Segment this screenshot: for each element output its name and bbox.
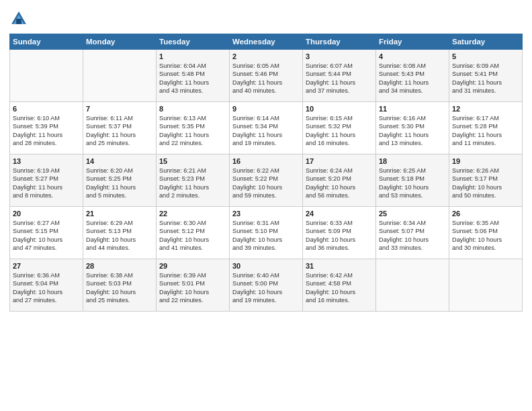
- calendar-cell: 5Sunrise: 6:09 AM Sunset: 5:41 PM Daylig…: [449, 50, 523, 102]
- calendar-cell: 4Sunrise: 6:08 AM Sunset: 5:43 PM Daylig…: [376, 50, 449, 102]
- day-number: 16: [232, 157, 300, 165]
- cell-content: Sunrise: 6:22 AM Sunset: 5:22 PM Dayligh…: [232, 167, 300, 200]
- day-number: 3: [306, 52, 373, 60]
- calendar-table: SundayMondayTuesdayWednesdayThursdayFrid…: [9, 34, 523, 312]
- calendar-cell: 28Sunrise: 6:38 AM Sunset: 5:03 PM Dayli…: [83, 259, 157, 312]
- day-number: 10: [306, 105, 373, 113]
- day-number: 18: [379, 157, 446, 165]
- cell-content: Sunrise: 6:34 AM Sunset: 5:07 PM Dayligh…: [379, 219, 446, 253]
- calendar-cell: 2Sunrise: 6:05 AM Sunset: 5:46 PM Daylig…: [230, 50, 303, 102]
- cell-content: Sunrise: 6:09 AM Sunset: 5:41 PM Dayligh…: [452, 62, 519, 95]
- cell-content: Sunrise: 6:33 AM Sunset: 5:09 PM Dayligh…: [306, 219, 373, 253]
- calendar-cell: 27Sunrise: 6:36 AM Sunset: 5:04 PM Dayli…: [10, 259, 83, 312]
- day-number: 21: [86, 210, 153, 218]
- day-number: 23: [232, 210, 300, 218]
- calendar-cell: 21Sunrise: 6:29 AM Sunset: 5:13 PM Dayli…: [83, 207, 157, 259]
- day-number: 11: [379, 105, 446, 113]
- header-row: SundayMondayTuesdayWednesdayThursdayFrid…: [10, 34, 523, 50]
- week-row-3: 13Sunrise: 6:19 AM Sunset: 5:27 PM Dayli…: [10, 154, 523, 207]
- cell-content: Sunrise: 6:40 AM Sunset: 5:00 PM Dayligh…: [232, 271, 300, 305]
- calendar-cell: 24Sunrise: 6:33 AM Sunset: 5:09 PM Dayli…: [303, 207, 376, 259]
- calendar-cell: 14Sunrise: 6:20 AM Sunset: 5:25 PM Dayli…: [83, 154, 157, 207]
- day-number: 24: [306, 210, 373, 218]
- day-number: 27: [13, 262, 80, 270]
- header-day-sunday: Sunday: [10, 34, 83, 50]
- calendar-cell: 23Sunrise: 6:31 AM Sunset: 5:10 PM Dayli…: [230, 207, 303, 259]
- day-number: 28: [86, 262, 153, 270]
- day-number: 20: [13, 210, 80, 218]
- day-number: 4: [379, 52, 446, 60]
- cell-content: Sunrise: 6:25 AM Sunset: 5:18 PM Dayligh…: [379, 167, 446, 200]
- week-row-2: 6Sunrise: 6:10 AM Sunset: 5:39 PM Daylig…: [10, 102, 523, 154]
- header-day-tuesday: Tuesday: [157, 34, 230, 50]
- calendar-cell: 20Sunrise: 6:27 AM Sunset: 5:15 PM Dayli…: [10, 207, 83, 259]
- cell-content: Sunrise: 6:29 AM Sunset: 5:13 PM Dayligh…: [86, 219, 153, 253]
- day-number: 22: [159, 210, 226, 218]
- calendar-cell: 19Sunrise: 6:26 AM Sunset: 5:17 PM Dayli…: [449, 154, 523, 207]
- calendar-cell: 22Sunrise: 6:30 AM Sunset: 5:12 PM Dayli…: [157, 207, 230, 259]
- cell-content: Sunrise: 6:19 AM Sunset: 5:27 PM Dayligh…: [13, 167, 80, 200]
- header-day-thursday: Thursday: [303, 34, 376, 50]
- day-number: 26: [452, 210, 519, 218]
- day-number: 15: [159, 157, 226, 165]
- week-row-1: 1Sunrise: 6:04 AM Sunset: 5:48 PM Daylig…: [10, 50, 523, 102]
- calendar-cell: 29Sunrise: 6:39 AM Sunset: 5:01 PM Dayli…: [157, 259, 230, 312]
- svg-rect-2: [16, 19, 21, 24]
- cell-content: Sunrise: 6:21 AM Sunset: 5:23 PM Dayligh…: [159, 167, 226, 200]
- calendar-cell: 10Sunrise: 6:15 AM Sunset: 5:32 PM Dayli…: [303, 102, 376, 154]
- calendar-cell: 15Sunrise: 6:21 AM Sunset: 5:23 PM Dayli…: [157, 154, 230, 207]
- calendar-cell: 17Sunrise: 6:24 AM Sunset: 5:20 PM Dayli…: [303, 154, 376, 207]
- header-day-friday: Friday: [376, 34, 449, 50]
- calendar-cell: 31Sunrise: 6:42 AM Sunset: 4:58 PM Dayli…: [303, 259, 376, 312]
- cell-content: Sunrise: 6:05 AM Sunset: 5:46 PM Dayligh…: [232, 62, 300, 95]
- cell-content: Sunrise: 6:26 AM Sunset: 5:17 PM Dayligh…: [452, 167, 519, 200]
- cell-content: Sunrise: 6:04 AM Sunset: 5:48 PM Dayligh…: [159, 62, 226, 95]
- cell-content: Sunrise: 6:39 AM Sunset: 5:01 PM Dayligh…: [159, 271, 226, 305]
- calendar-cell: 25Sunrise: 6:34 AM Sunset: 5:07 PM Dayli…: [376, 207, 449, 259]
- day-number: 14: [86, 157, 153, 165]
- calendar-cell: [376, 259, 449, 312]
- calendar-cell: [449, 259, 523, 312]
- week-row-5: 27Sunrise: 6:36 AM Sunset: 5:04 PM Dayli…: [10, 259, 523, 312]
- header-day-monday: Monday: [83, 34, 157, 50]
- day-number: 1: [159, 52, 226, 60]
- calendar-cell: 13Sunrise: 6:19 AM Sunset: 5:27 PM Dayli…: [10, 154, 83, 207]
- cell-content: Sunrise: 6:36 AM Sunset: 5:04 PM Dayligh…: [13, 271, 80, 305]
- calendar-cell: 12Sunrise: 6:17 AM Sunset: 5:28 PM Dayli…: [449, 102, 523, 154]
- cell-content: Sunrise: 6:10 AM Sunset: 5:39 PM Dayligh…: [13, 114, 80, 148]
- cell-content: Sunrise: 6:14 AM Sunset: 5:34 PM Dayligh…: [232, 114, 300, 148]
- cell-content: Sunrise: 6:08 AM Sunset: 5:43 PM Dayligh…: [379, 62, 446, 95]
- calendar-cell: 1Sunrise: 6:04 AM Sunset: 5:48 PM Daylig…: [157, 50, 230, 102]
- cell-content: Sunrise: 6:38 AM Sunset: 5:03 PM Dayligh…: [86, 271, 153, 305]
- header-day-saturday: Saturday: [449, 34, 523, 50]
- day-number: 13: [13, 157, 80, 165]
- logo: [9, 9, 30, 28]
- calendar-cell: 26Sunrise: 6:35 AM Sunset: 5:06 PM Dayli…: [449, 207, 523, 259]
- calendar-cell: 11Sunrise: 6:16 AM Sunset: 5:30 PM Dayli…: [376, 102, 449, 154]
- cell-content: Sunrise: 6:07 AM Sunset: 5:44 PM Dayligh…: [306, 62, 373, 95]
- calendar-cell: [10, 50, 83, 102]
- cell-content: Sunrise: 6:16 AM Sunset: 5:30 PM Dayligh…: [379, 114, 446, 148]
- day-number: 8: [159, 105, 226, 113]
- cell-content: Sunrise: 6:17 AM Sunset: 5:28 PM Dayligh…: [452, 114, 519, 148]
- day-number: 29: [159, 262, 226, 270]
- cell-content: Sunrise: 6:15 AM Sunset: 5:32 PM Dayligh…: [306, 114, 373, 148]
- calendar-cell: 30Sunrise: 6:40 AM Sunset: 5:00 PM Dayli…: [230, 259, 303, 312]
- cell-content: Sunrise: 6:42 AM Sunset: 4:58 PM Dayligh…: [306, 271, 373, 305]
- cell-content: Sunrise: 6:13 AM Sunset: 5:35 PM Dayligh…: [159, 114, 226, 148]
- day-number: 7: [86, 105, 153, 113]
- day-number: 6: [13, 105, 80, 113]
- calendar-cell: 9Sunrise: 6:14 AM Sunset: 5:34 PM Daylig…: [230, 102, 303, 154]
- cell-content: Sunrise: 6:31 AM Sunset: 5:10 PM Dayligh…: [232, 219, 300, 253]
- day-number: 19: [452, 157, 519, 165]
- cell-content: Sunrise: 6:20 AM Sunset: 5:25 PM Dayligh…: [86, 167, 153, 200]
- calendar-cell: 18Sunrise: 6:25 AM Sunset: 5:18 PM Dayli…: [376, 154, 449, 207]
- calendar-cell: 8Sunrise: 6:13 AM Sunset: 5:35 PM Daylig…: [157, 102, 230, 154]
- cell-content: Sunrise: 6:11 AM Sunset: 5:37 PM Dayligh…: [86, 114, 153, 148]
- day-number: 12: [452, 105, 519, 113]
- week-row-4: 20Sunrise: 6:27 AM Sunset: 5:15 PM Dayli…: [10, 207, 523, 259]
- day-number: 5: [452, 52, 519, 60]
- day-number: 17: [306, 157, 373, 165]
- day-number: 2: [232, 52, 300, 60]
- calendar-header: SundayMondayTuesdayWednesdayThursdayFrid…: [10, 34, 523, 50]
